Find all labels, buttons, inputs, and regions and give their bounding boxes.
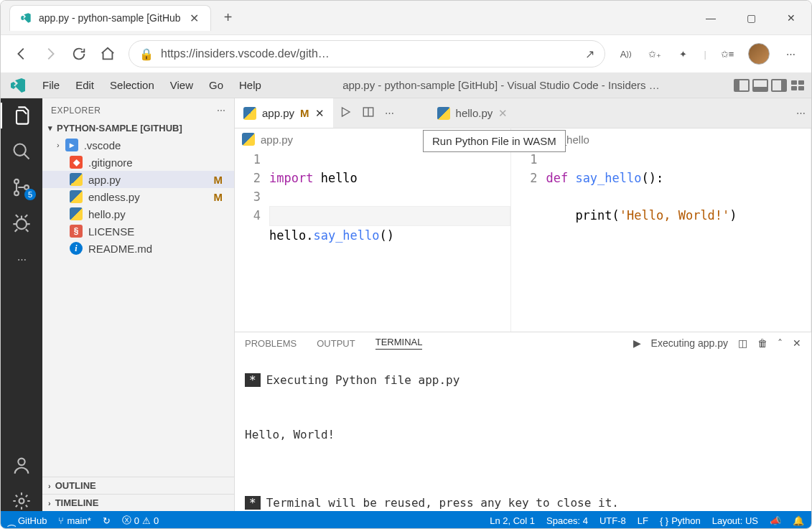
vscode-insiders-icon <box>20 12 32 24</box>
scm-badge: 5 <box>24 189 36 200</box>
source-control-icon[interactable]: 5 <box>11 177 32 197</box>
close-icon[interactable]: ✕ <box>188 11 200 25</box>
account-icon[interactable] <box>11 455 32 475</box>
svg-point-6 <box>19 499 24 504</box>
editor-tab-bar: app.py M ✕ ⋯ hello.py ✕ ⋯ Run Python Fil… <box>235 98 811 128</box>
explorer-title: EXPLORER <box>51 106 101 116</box>
timeline-section[interactable]: ›TIMELINE <box>42 494 234 511</box>
window-title: app.py - python-sample [GitHub] - Visual… <box>270 79 732 91</box>
menu-edit[interactable]: Edit <box>68 76 101 94</box>
file-license[interactable]: § LICENSE <box>42 223 234 240</box>
svg-point-2 <box>14 191 19 195</box>
split-editor-icon[interactable] <box>362 106 375 121</box>
kill-terminal-icon[interactable]: 🗑 <box>757 337 767 349</box>
menu-go[interactable]: Go <box>202 76 230 94</box>
menu-file[interactable]: File <box>35 76 67 94</box>
panel-tab-output[interactable]: OUTPUT <box>317 338 355 349</box>
favorites-icon[interactable]: ✩≡ <box>719 46 735 62</box>
explorer-more-icon[interactable]: ⋯ <box>217 106 226 116</box>
close-icon[interactable]: ✕ <box>315 107 325 120</box>
home-button[interactable] <box>100 46 116 62</box>
panel-maximize-icon[interactable]: ˄ <box>778 337 783 349</box>
code-editor-left[interactable]: 1234 import hello ​ hello.say_hello() <box>235 150 510 332</box>
status-language[interactable]: { } Python <box>660 515 701 526</box>
python-icon <box>70 207 83 220</box>
status-eol[interactable]: LF <box>638 515 648 526</box>
lock-icon: 🔒 <box>139 47 154 61</box>
status-bar: ⁔ GitHub ⑂ main* ↻ ⓧ 0 ⚠ 0 Ln 2, Col 1 S… <box>1 511 811 529</box>
svg-point-4 <box>17 219 27 229</box>
panel-tab-problems[interactable]: PROBLEMS <box>245 338 297 349</box>
minimize-button[interactable]: — <box>691 1 731 35</box>
terminal-task-icon[interactable]: ▶ <box>633 337 641 349</box>
panel-close-icon[interactable]: ✕ <box>793 337 801 349</box>
close-icon[interactable]: ✕ <box>498 107 508 120</box>
menu-help[interactable]: Help <box>232 76 269 94</box>
new-tab-button[interactable]: + <box>217 9 240 26</box>
folder-vscode[interactable]: ›▸ .vscode <box>42 136 234 154</box>
editor-more-icon[interactable]: ⋯ <box>796 108 806 118</box>
vscode-menubar: File Edit Selection View Go Help app.py … <box>1 72 811 98</box>
browser-titlebar: app.py - python-sample [GitHub ✕ + — ▢ ✕ <box>1 1 811 35</box>
file-readme[interactable]: i README.md <box>42 240 234 257</box>
menu-selection[interactable]: Selection <box>103 76 162 94</box>
status-errors[interactable]: ⓧ 0 ⚠ 0 <box>122 514 159 527</box>
toggle-panel-icon[interactable] <box>752 79 768 92</box>
menu-view[interactable]: View <box>163 76 200 94</box>
activity-bar: 5 ⋯ <box>1 98 42 511</box>
file-hello-py[interactable]: hello.py <box>42 205 234 223</box>
bottom-panel: PROBLEMS OUTPUT TERMINAL ▶ Executing app… <box>235 332 811 511</box>
address-bar[interactable]: 🔒 https://insiders.vscode.dev/gith… ↗ <box>129 40 605 67</box>
svg-point-0 <box>14 144 26 156</box>
python-icon <box>242 133 255 146</box>
open-external-icon[interactable]: ↗ <box>585 47 594 61</box>
status-layout[interactable]: Layout: US <box>712 515 758 526</box>
settings-gear-icon[interactable] <box>11 491 32 511</box>
explorer-icon[interactable] <box>11 106 32 126</box>
debug-icon[interactable] <box>11 213 32 233</box>
refresh-button[interactable] <box>71 46 87 62</box>
status-encoding[interactable]: UTF-8 <box>599 515 626 526</box>
back-button[interactable] <box>14 46 29 62</box>
status-sync[interactable]: ↻ <box>103 515 111 526</box>
extensions-icon[interactable]: ✦ <box>676 46 691 62</box>
file-endless-py[interactable]: endless.py M <box>42 188 234 205</box>
customize-layout-icon[interactable] <box>790 79 806 92</box>
panel-tab-terminal[interactable]: TERMINAL <box>375 337 423 350</box>
editor-area: app.py M ✕ ⋯ hello.py ✕ ⋯ Run Python Fil… <box>235 98 811 511</box>
read-aloud-icon[interactable]: A)) <box>618 46 634 62</box>
outline-section[interactable]: ›OUTLINE <box>42 477 234 494</box>
toggle-sidebar-icon[interactable] <box>734 79 750 92</box>
status-cursor[interactable]: Ln 2, Col 1 <box>490 515 535 526</box>
tab-more-icon[interactable]: ⋯ <box>385 108 394 118</box>
tab-app-py[interactable]: app.py M ✕ <box>235 98 333 128</box>
browser-tab[interactable]: app.py - python-sample [GitHub ✕ <box>9 5 211 31</box>
run-button[interactable] <box>339 106 352 121</box>
folder-root[interactable]: ▾ PYTHON-SAMPLE [GITHUB] <box>42 120 234 136</box>
svg-point-5 <box>18 459 24 465</box>
status-feedback-icon[interactable]: 📣 <box>770 515 781 526</box>
python-icon <box>70 173 83 186</box>
maximize-button[interactable]: ▢ <box>731 1 771 35</box>
url-text: https://insiders.vscode.dev/gith… <box>161 47 578 60</box>
terminal-output[interactable]: *Executing Python file app.py Hello, Wor… <box>235 354 811 529</box>
forward-button[interactable] <box>42 46 58 62</box>
status-notifications-icon[interactable]: 🔔 <box>793 515 804 526</box>
toggle-secondary-sidebar-icon[interactable] <box>771 79 787 92</box>
profile-avatar[interactable] <box>748 43 770 65</box>
tab-hello-py[interactable]: hello.py ✕ <box>429 98 517 128</box>
status-spaces[interactable]: Spaces: 4 <box>546 515 588 526</box>
status-remote[interactable]: ⁔ GitHub <box>8 515 47 526</box>
more-icon[interactable]: ⋯ <box>11 249 32 269</box>
python-icon <box>243 107 256 120</box>
browser-menu-icon[interactable]: ⋯ <box>783 46 798 62</box>
file-app-py[interactable]: app.py M <box>42 171 234 188</box>
split-terminal-icon[interactable]: ◫ <box>738 337 747 349</box>
close-window-button[interactable]: ✕ <box>771 1 811 35</box>
code-editor-right[interactable]: 12 def say_hello(): print('Hello, World!… <box>511 150 811 332</box>
file-gitignore[interactable]: ◆ .gitignore <box>42 154 234 171</box>
svg-point-1 <box>14 179 19 184</box>
status-branch[interactable]: ⑂ main* <box>58 515 90 526</box>
favorite-add-icon[interactable]: ✩₊ <box>647 46 663 62</box>
search-icon[interactable] <box>11 141 32 161</box>
